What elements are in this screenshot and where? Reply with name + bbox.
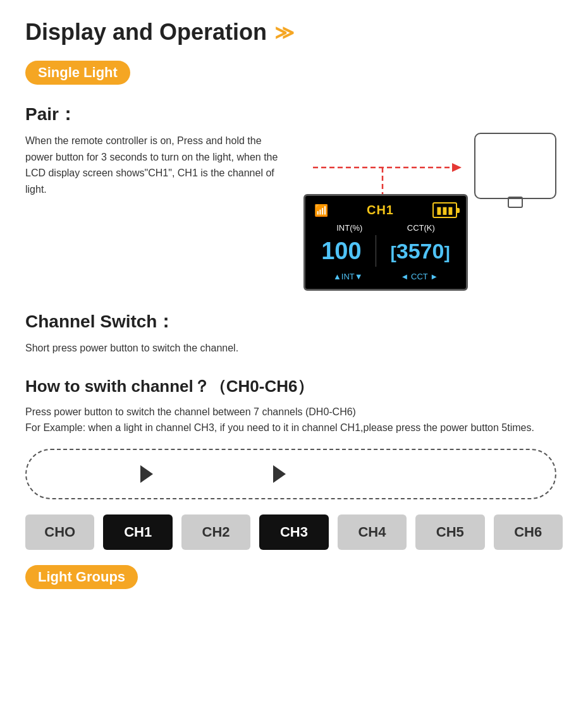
- channel-switch-body: Short press power button to switch the c…: [25, 340, 563, 356]
- single-light-badge: Single Light: [25, 61, 563, 102]
- loop-arrow-right: [273, 465, 286, 483]
- pair-section: When the remote controller is on, Press …: [25, 133, 563, 291]
- how-to-switch-section: How to swith channel？（CH0-CH6） Press pow…: [25, 375, 563, 550]
- lcd-channel: CH1: [367, 203, 394, 217]
- lcd-display: 📶 CH1 ▮▮▮ INT(%) CCT(K) 100 [3570]: [303, 188, 468, 291]
- lcd-divider: [376, 235, 376, 267]
- pair-visual: 📶 CH1 ▮▮▮ INT(%) CCT(K) 100 [3570]: [291, 133, 563, 291]
- pair-body: When the remote controller is on, Press …: [25, 133, 291, 197]
- channel-loop: [25, 449, 556, 499]
- cct-controls: ◄ CCT ►: [401, 272, 438, 281]
- int-label: INT(%): [336, 223, 362, 233]
- channel-diagram: CHO CH1 CH2 CH3 CH4 CH5 CH6: [25, 449, 563, 550]
- channel-box-ch4: CH4: [338, 514, 407, 550]
- battery-icon: ▮▮▮: [432, 202, 457, 218]
- channel-switch-section: Channel Switch： Short press power button…: [25, 310, 563, 356]
- pair-text: When the remote controller is on, Press …: [25, 133, 291, 210]
- badge-label: Single Light: [25, 61, 130, 85]
- pair-title: Pair：: [25, 102, 563, 126]
- loop-arrow-left: [140, 465, 153, 483]
- how-to-switch-body: Press power button to switch the channel…: [25, 404, 563, 436]
- channel-box-ch5: CH5: [415, 514, 484, 550]
- channel-box-ch3: CH3: [259, 514, 328, 550]
- channel-box-ch2: CH2: [181, 514, 250, 550]
- channel-boxes: CHO CH1 CH2 CH3 CH4 CH5 CH6: [25, 514, 563, 550]
- title-text: Display and Operation: [25, 19, 267, 46]
- int-controls: ▲INT▼: [333, 272, 363, 281]
- light-device-box: [474, 133, 556, 199]
- how-to-switch-title: How to swith channel？（CH0-CH6）: [25, 375, 563, 398]
- channel-box-ch0: CHO: [25, 514, 94, 550]
- cct-label: CCT(K): [407, 223, 435, 233]
- channel-switch-title: Channel Switch：: [25, 310, 563, 334]
- chevron-down-icon: ≫: [274, 21, 294, 44]
- wifi-icon: 📶: [314, 204, 328, 217]
- channel-box-ch1: CH1: [103, 514, 172, 550]
- light-groups-label: Light Groups: [25, 565, 138, 589]
- lcd-bottom-row: ▲INT▼ ◄ CCT ►: [314, 272, 457, 281]
- light-groups-badge: Light Groups: [25, 565, 563, 607]
- int-value: 100: [321, 238, 361, 265]
- cct-value: [3570]: [390, 239, 450, 264]
- page-title: Display and Operation ≫: [25, 19, 563, 46]
- channel-box-ch6: CH6: [494, 514, 563, 550]
- svg-marker-1: [452, 163, 462, 172]
- lcd-labels: INT(%) CCT(K): [314, 223, 457, 233]
- lcd-values: 100 [3570]: [314, 235, 457, 267]
